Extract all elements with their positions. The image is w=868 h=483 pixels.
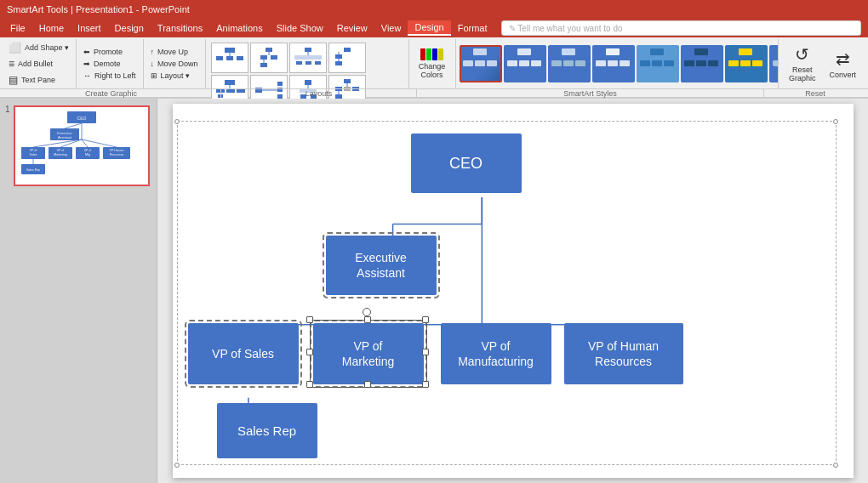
menu-view[interactable]: View bbox=[374, 21, 408, 35]
app-body: 1 CEO Executive Assistant VP of Sales bbox=[0, 99, 868, 483]
ribbon-top: ⬜ Add Shape ▾ ≡ Add Bullet ▤ Text Pane ⬅… bbox=[0, 37, 868, 88]
svg-text:CEO: CEO bbox=[77, 116, 86, 121]
add-bullet-icon: ≡ bbox=[9, 58, 14, 70]
org-box-vp-marketing[interactable]: VP ofMarketing bbox=[313, 323, 424, 384]
svg-rect-21 bbox=[225, 80, 235, 85]
add-shape-label: Add Shape ▾ bbox=[25, 43, 69, 52]
menu-design-smartart[interactable]: Design bbox=[408, 20, 450, 36]
handle-tl[interactable] bbox=[306, 316, 313, 323]
layout-2[interactable] bbox=[250, 43, 288, 73]
svg-text:VP of: VP of bbox=[29, 149, 37, 152]
ceo-label: CEO bbox=[449, 155, 483, 173]
layout-button[interactable]: ⊞ Layout ▾ bbox=[149, 71, 200, 81]
layout-3[interactable] bbox=[289, 43, 327, 73]
create-graphic-group: ⬜ Add Shape ▾ ≡ Add Bullet ▤ Text Pane bbox=[2, 39, 77, 88]
menu-file[interactable]: File bbox=[3, 21, 32, 35]
add-shape-button[interactable]: ⬜ Add Shape ▾ bbox=[7, 41, 71, 54]
svg-rect-14 bbox=[296, 61, 302, 65]
menu-review[interactable]: Review bbox=[330, 21, 374, 35]
handle-bl[interactable] bbox=[306, 381, 313, 388]
reset-graphic-label: ResetGraphic bbox=[789, 66, 816, 83]
handle-br[interactable] bbox=[422, 381, 429, 388]
svg-rect-64 bbox=[694, 48, 708, 55]
smartart-style-8[interactable] bbox=[769, 45, 779, 82]
menu-insert[interactable]: Insert bbox=[71, 21, 108, 35]
main-canvas[interactable]: CEO ExecutiveAssistant VP of Sales VP of… bbox=[157, 99, 868, 483]
convert-icon: ⇄ bbox=[836, 48, 850, 69]
menu-transitions[interactable]: Transitions bbox=[151, 21, 209, 35]
smartart-style-7[interactable] bbox=[725, 45, 768, 82]
svg-rect-44 bbox=[473, 48, 487, 55]
org-box-ceo[interactable]: CEO bbox=[411, 134, 522, 193]
convert-button[interactable]: ⇄ Convert bbox=[824, 47, 861, 81]
menu-slideshow[interactable]: Slide Show bbox=[270, 21, 330, 35]
org-box-sales-rep[interactable]: Sales Rep bbox=[217, 403, 317, 458]
smartart-style-2[interactable] bbox=[504, 45, 546, 82]
right-to-left-icon: ↔ bbox=[83, 71, 91, 80]
svg-rect-66 bbox=[696, 60, 706, 66]
svg-rect-37 bbox=[344, 79, 351, 83]
svg-rect-3 bbox=[226, 56, 233, 60]
svg-rect-58 bbox=[608, 60, 618, 66]
slide-canvas[interactable]: CEO ExecutiveAssistant VP of Sales VP of… bbox=[173, 104, 854, 478]
rotation-handle[interactable] bbox=[363, 308, 371, 316]
add-shape-icon: ⬜ bbox=[9, 42, 21, 54]
tell-me-input[interactable]: ✎ Tell me what you want to do bbox=[501, 20, 861, 36]
create-graphic-label: Create Graphic bbox=[2, 89, 221, 98]
vp-sales-label: VP of Sales bbox=[212, 347, 274, 361]
outer-handle-tr[interactable] bbox=[833, 119, 838, 124]
outer-handle-br[interactable] bbox=[833, 463, 838, 468]
slide-panel: 1 CEO Executive Assistant VP of Sales bbox=[0, 99, 157, 483]
handle-bm[interactable] bbox=[364, 381, 371, 388]
handle-tm[interactable] bbox=[364, 316, 371, 323]
smartart-style-5[interactable] bbox=[637, 45, 679, 82]
svg-rect-51 bbox=[531, 60, 541, 66]
handle-tr[interactable] bbox=[422, 316, 429, 323]
org-box-vp-sales[interactable]: VP of Sales bbox=[188, 323, 299, 384]
smartart-styles-label: SmartArt Styles bbox=[417, 89, 764, 98]
svg-rect-69 bbox=[728, 60, 739, 66]
svg-rect-11 bbox=[305, 48, 311, 52]
org-box-executive-assistant[interactable]: ExecutiveAssistant bbox=[326, 236, 437, 295]
promote-button[interactable]: ⬅ Promote bbox=[82, 47, 138, 57]
org-box-vp-hr[interactable]: VP of HumanResources bbox=[564, 323, 683, 384]
move-down-button[interactable]: ↓ Move Down bbox=[149, 59, 200, 69]
slide-thumbnail[interactable]: CEO Executive Assistant VP of Sales VP o… bbox=[14, 105, 150, 186]
title-bar: SmartArt Tools | Presentation1 - PowerPo… bbox=[0, 0, 868, 19]
smartart-style-4[interactable] bbox=[592, 45, 635, 82]
menu-design[interactable]: Design bbox=[108, 21, 151, 35]
handle-mr[interactable] bbox=[422, 349, 429, 355]
text-pane-button[interactable]: ▤ Text Pane bbox=[7, 73, 71, 87]
org-box-vp-manufacturing[interactable]: VP ofManufacturing bbox=[441, 323, 551, 384]
menu-format[interactable]: Format bbox=[451, 21, 494, 35]
outer-handle-bl[interactable] bbox=[174, 463, 180, 468]
svg-rect-10 bbox=[260, 63, 267, 67]
svg-text:VP Human: VP Human bbox=[109, 149, 123, 152]
svg-rect-70 bbox=[740, 60, 751, 66]
reset-group: ↺ ResetGraphic ⇄ Convert bbox=[779, 39, 866, 88]
smartart-style-1[interactable] bbox=[460, 45, 502, 82]
right-to-left-button[interactable]: ↔ Right to Left bbox=[82, 71, 138, 81]
menu-home[interactable]: Home bbox=[32, 21, 71, 35]
slide-number: 1 bbox=[5, 105, 10, 114]
change-colors-button[interactable]: ChangeColors bbox=[409, 39, 456, 88]
smartart-style-6[interactable] bbox=[681, 45, 723, 82]
svg-text:VP of: VP of bbox=[56, 149, 64, 152]
smartart-style-3[interactable] bbox=[548, 45, 591, 82]
outer-handle-tl[interactable] bbox=[174, 119, 180, 124]
smartart-styles-group bbox=[456, 39, 779, 88]
add-bullet-button[interactable]: ≡ Add Bullet bbox=[7, 57, 71, 71]
menu-animations[interactable]: Animations bbox=[209, 21, 269, 35]
handle-ml[interactable] bbox=[306, 349, 313, 355]
promote-icon: ⬅ bbox=[83, 48, 90, 56]
move-up-button[interactable]: ↑ Move Up bbox=[149, 47, 200, 57]
demote-button[interactable]: ➡ Demote bbox=[82, 59, 138, 69]
reset-label: Reset bbox=[764, 89, 866, 98]
layout-1[interactable] bbox=[211, 43, 248, 73]
svg-rect-63 bbox=[664, 60, 674, 66]
svg-rect-57 bbox=[596, 60, 606, 66]
reset-graphic-button[interactable]: ↺ ResetGraphic bbox=[784, 43, 821, 85]
move-group: ↑ Move Up ↓ Move Down ⊞ Layout ▾ bbox=[144, 39, 206, 88]
change-colors-icon bbox=[420, 48, 443, 60]
layout-4[interactable] bbox=[328, 43, 366, 73]
